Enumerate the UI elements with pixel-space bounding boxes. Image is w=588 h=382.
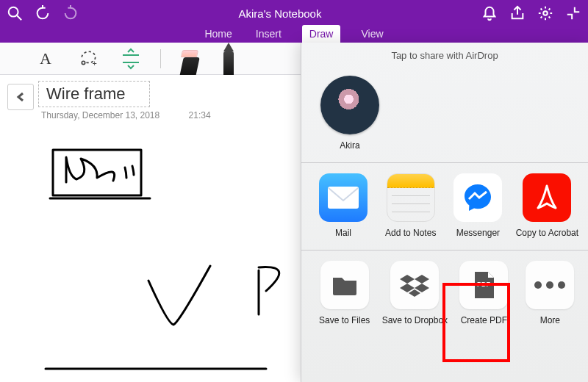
- share-apps-section: Mail Add to Notes Messenger: [301, 163, 588, 251]
- titlebar: Akira's Notebook: [0, 0, 588, 26]
- share-app-messenger[interactable]: Messenger: [453, 173, 502, 238]
- airdrop-section: Akira: [301, 65, 588, 163]
- svg-line-1: [17, 15, 21, 20]
- messenger-icon: [453, 173, 502, 222]
- ink-sketch: [38, 134, 288, 382]
- pdf-icon: PDF: [459, 261, 508, 309]
- svg-point-3: [82, 61, 85, 64]
- action-label: Create PDF: [461, 315, 507, 325]
- text-tool[interactable]: A: [32, 46, 59, 72]
- share-app-acrobat[interactable]: Copy to Acrobat: [520, 173, 574, 238]
- acrobat-icon: [523, 173, 571, 222]
- page-time: 21:34: [189, 110, 211, 120]
- share-actions-row: Save to Files Save to Dropbox PDF Create…: [309, 255, 581, 328]
- share-app-label: Copy to Acrobat: [516, 228, 578, 238]
- ribbon-tabs: Home Insert Draw View: [0, 26, 588, 43]
- eraser-icon: [181, 50, 198, 57]
- insert-space-tool[interactable]: [118, 46, 144, 72]
- action-label: More: [540, 315, 560, 325]
- search-icon[interactable]: [6, 4, 24, 22]
- back-button[interactable]: [7, 84, 34, 110]
- collapse-icon[interactable]: [564, 4, 582, 22]
- bell-icon[interactable]: [481, 4, 498, 22]
- undo-icon[interactable]: [34, 4, 51, 22]
- titlebar-right: [481, 4, 582, 22]
- action-save-dropbox[interactable]: Save to Dropbox: [387, 261, 442, 325]
- share-app-label: Messenger: [456, 228, 500, 238]
- svg-marker-12: [409, 289, 420, 297]
- share-apps-row: Mail Add to Notes Messenger: [309, 167, 581, 241]
- airdrop-row: Akira: [309, 70, 581, 154]
- action-label: Save to Files: [319, 315, 370, 325]
- page-meta: Thursday, December 13, 2018 21:34: [41, 110, 211, 120]
- page-title[interactable]: Wire frame: [38, 81, 150, 107]
- eraser-tool[interactable]: [177, 46, 204, 72]
- folder-icon: [320, 261, 369, 309]
- tab-insert[interactable]: Insert: [253, 28, 284, 43]
- pen-icon-tip: [223, 43, 234, 51]
- share-app-label: Add to Notes: [385, 228, 436, 238]
- tool-divider: [160, 49, 161, 68]
- share-sheet: Tap to share with AirDrop Akira Mail: [301, 43, 588, 382]
- airdrop-contact[interactable]: Akira: [319, 76, 381, 151]
- svg-text:+: +: [92, 58, 96, 67]
- titlebar-left: [6, 4, 79, 22]
- svg-point-2: [543, 11, 548, 15]
- tab-home[interactable]: Home: [201, 28, 234, 43]
- action-create-pdf[interactable]: PDF Create PDF: [459, 261, 508, 325]
- dropbox-icon: [390, 261, 439, 309]
- notes-icon: [387, 173, 435, 222]
- lasso-icon: +: [79, 49, 98, 68]
- space-icon: [120, 48, 142, 70]
- share-app-notes[interactable]: Add to Notes: [385, 173, 436, 238]
- share-app-label: Mail: [335, 228, 351, 238]
- svg-text:PDF: PDF: [477, 281, 491, 288]
- action-label: Save to Dropbox: [382, 315, 448, 325]
- pen-tool[interactable]: [220, 46, 246, 72]
- page-date: Thursday, December 13, 2018: [41, 110, 159, 120]
- gear-icon[interactable]: [537, 4, 554, 22]
- action-save-files[interactable]: Save to Files: [319, 261, 370, 325]
- svg-point-0: [9, 7, 18, 17]
- airdrop-caption: Tap to share with AirDrop: [301, 43, 588, 65]
- tab-draw[interactable]: Draw: [302, 25, 341, 43]
- share-icon[interactable]: [509, 4, 526, 22]
- pen-icon-body: [223, 51, 234, 76]
- avatar-icon: [320, 76, 379, 134]
- lasso-tool[interactable]: +: [75, 46, 101, 72]
- mail-icon: [319, 173, 368, 222]
- svg-rect-7: [328, 187, 359, 209]
- airdrop-contact-name: Akira: [340, 140, 359, 151]
- action-more[interactable]: More: [526, 261, 574, 325]
- redo-icon[interactable]: [62, 4, 79, 22]
- svg-marker-9: [415, 275, 429, 284]
- svg-marker-8: [400, 275, 415, 284]
- notebook-title: Akira's Notebook: [79, 7, 481, 20]
- share-app-mail[interactable]: Mail: [319, 173, 368, 238]
- app-root: Akira's Notebook Home Insert Draw View A…: [0, 0, 588, 382]
- tab-view[interactable]: View: [358, 28, 386, 43]
- more-icon: [526, 261, 574, 309]
- share-actions-section: Save to Files Save to Dropbox PDF Create…: [301, 251, 588, 337]
- eraser-icon-body: [179, 57, 200, 76]
- letter-a-icon: A: [40, 49, 51, 68]
